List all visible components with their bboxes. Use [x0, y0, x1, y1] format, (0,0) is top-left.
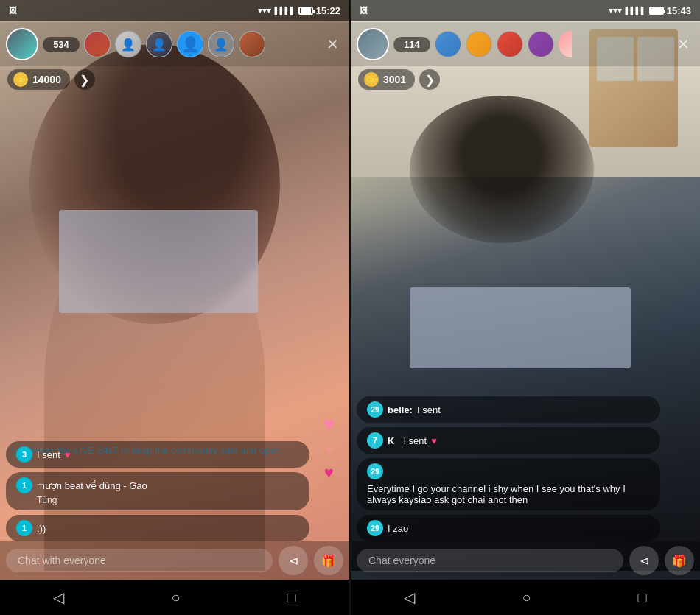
right-badge-k: 7 [367, 432, 383, 449]
right-coins-bar: 🪙 3001 ❯ [358, 69, 440, 90]
back-icon: ◁ [53, 589, 64, 605]
viewer-avatar-4[interactable]: 👤 [177, 31, 203, 57]
wifi-icon: ▾▾▾ [258, 6, 271, 15]
back-icon-right: ◁ [404, 589, 415, 605]
chat-badge-2: 1 [16, 477, 32, 493]
status-right-icons: ▾▾▾ ▌▌▌▌ 15:22 [258, 5, 340, 16]
chat-badge-1: 3 [16, 446, 32, 463]
viewer-avatar-3[interactable]: 👤 [146, 31, 172, 57]
right-status-left: 🖼 [360, 6, 368, 15]
msg-sender-belle: belle: [388, 404, 413, 415]
right-host-img [358, 29, 388, 59]
battery-fill-right [651, 8, 662, 13]
left-clock: 15:22 [316, 5, 340, 16]
left-chat-msg-2: 1 mượn beat về dùng - Gao Tùng [6, 472, 309, 510]
image-icon-right: 🖼 [360, 6, 368, 15]
right-badge-count-long: 29 [371, 468, 379, 476]
right-status-bar: 🖼 ▾▾▾ ▌▌▌▌ 15:43 [351, 0, 700, 21]
chat-badge-3: 1 [16, 520, 32, 536]
share-icon-right: ⊲ [640, 554, 649, 568]
gift-icon-right: 🎁 [672, 554, 687, 568]
right-chat-placeholder: Chat everyone [368, 555, 435, 566]
home-icon-right: ○ [522, 589, 531, 605]
left-host-avatar[interactable] [6, 28, 38, 60]
msg-text-k: I sent [403, 435, 427, 446]
badge-count-3: 1 [22, 524, 27, 533]
right-viewer-2[interactable] [466, 31, 492, 57]
viewer-avatar-1[interactable] [84, 31, 111, 57]
heart-large-1: ♥ [323, 413, 335, 436]
left-close-button[interactable]: ✕ [321, 33, 343, 55]
right-nav-bar: ◁ ○ □ [351, 580, 700, 615]
right-badge-count-k: 7 [373, 436, 377, 445]
right-home-button[interactable]: ○ [522, 589, 531, 606]
right-viewer-1[interactable] [435, 31, 461, 57]
left-home-button[interactable]: ○ [171, 589, 180, 606]
right-viewer-3[interactable] [497, 31, 523, 57]
viewer-avatar-2[interactable]: 👤 [115, 31, 141, 57]
right-badge-count-belle: 29 [371, 406, 379, 414]
heart-icon-k: ♥ [431, 435, 437, 446]
msg-sender-2: Tùng [16, 495, 57, 505]
right-face-blur [410, 287, 631, 368]
right-viewer-partial [559, 31, 572, 57]
battery-tip [313, 10, 315, 13]
right-status-icons: ▾▾▾ ▌▌▌▌ 15:43 [609, 5, 691, 16]
right-coins-arrow[interactable]: ❯ [419, 69, 440, 90]
coin-icon: 🪙 [13, 72, 28, 87]
viewer-avatar-6[interactable] [239, 31, 265, 57]
battery-icon [298, 7, 313, 15]
left-gift-button[interactable]: 🎁 [314, 546, 343, 575]
right-screen: 🖼 ▾▾▾ ▌▌▌▌ 15:43 114 [351, 0, 700, 615]
left-viewers-bar: 534 👤 👤 👤 👤 ✕ [0, 22, 349, 66]
right-chat-msg-k: 7 K I sent ♥ [357, 427, 660, 454]
right-viewer-count: 114 [393, 37, 430, 52]
msg-text-long: Everytime I go your channel i shy when I… [367, 483, 650, 505]
heart-icon-1: ♥ [65, 449, 71, 460]
right-chat-input-bar: Chat everyone ⊲ 🎁 [351, 541, 700, 580]
right-chat-msg-belle: 29 belle: I sent [357, 396, 660, 423]
left-chat-msg-1: 3 I sent ♥ [6, 441, 309, 468]
status-left-icons: 🖼 [9, 6, 17, 15]
image-icon: 🖼 [9, 6, 17, 15]
right-back-button[interactable]: ◁ [404, 588, 415, 606]
right-recents-button[interactable]: □ [637, 589, 646, 606]
left-face-blur [59, 210, 258, 313]
left-chat-area: 3 I sent ♥ 1 mượn beat về dùng - Gao Tùn… [0, 441, 349, 541]
right-chat-msg-izao: 29 I zao [357, 515, 660, 541]
right-gift-button[interactable]: 🎁 [665, 546, 694, 575]
recents-icon-right: □ [637, 589, 646, 605]
left-back-button[interactable]: ◁ [53, 588, 64, 606]
right-share-button[interactable]: ⊲ [629, 546, 659, 575]
wifi-icon-right: ▾▾▾ [609, 6, 622, 15]
signal-icon: ▌▌▌▌ [274, 7, 295, 15]
left-recents-button[interactable]: □ [287, 589, 295, 606]
left-chat-input-bar: Chat with everyone ⊲ 🎁 [0, 541, 349, 580]
right-badge-belle: 29 [367, 401, 383, 418]
left-chat-input[interactable]: Chat with everyone [6, 549, 273, 572]
right-host-avatar[interactable] [357, 28, 389, 60]
msg-text-3: :)) [37, 523, 46, 534]
right-badge-long: 29 [367, 463, 383, 479]
right-coins-value: 3001 [383, 74, 406, 85]
viewer-avatar-5[interactable]: 👤 [208, 31, 234, 57]
left-floating-hearts: ♥ ♥ ♥ [323, 413, 335, 482]
recents-icon: □ [287, 589, 295, 605]
left-chat-msg-3: 1 :)) [6, 515, 309, 541]
host-avatar-img [7, 29, 37, 59]
left-coins-arrow[interactable]: ❯ [74, 69, 95, 90]
left-status-bar: 🖼 ▾▾▾ ▌▌▌▌ 15:22 [0, 0, 349, 21]
close-icon-right: ✕ [677, 35, 690, 53]
right-viewer-4[interactable] [528, 31, 554, 57]
left-chat-placeholder: Chat with everyone [18, 555, 106, 566]
right-badge-count-izao: 29 [371, 524, 379, 533]
right-badge-izao: 29 [367, 520, 383, 536]
right-close-button[interactable]: ✕ [672, 33, 694, 55]
arrow-right-icon-r: ❯ [425, 73, 435, 87]
msg-text-1: I sent [37, 449, 60, 460]
right-chat-msg-long: 29 Everytime I go your channel i shy whe… [357, 458, 660, 510]
heart-large-2: ♥ [324, 463, 334, 482]
left-share-button[interactable]: ⊲ [279, 546, 308, 575]
right-viewers-bar: 114 ✕ [351, 22, 700, 66]
right-chat-input[interactable]: Chat everyone [357, 549, 623, 572]
